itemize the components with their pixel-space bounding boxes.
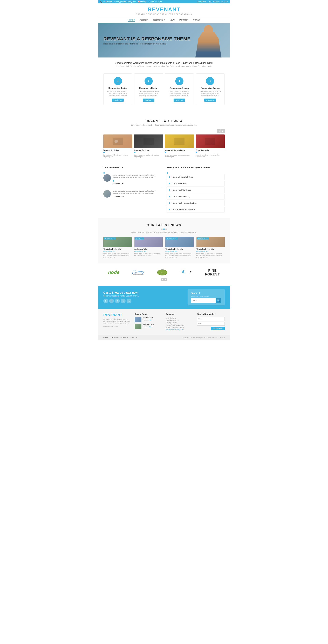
footer-link-home[interactable]: HOME	[103, 337, 108, 338]
portfolio-text-3: Lorem ipsum dolor sit amet, cocteue adip…	[165, 154, 194, 158]
faq-question-text-5: How to install the demo Content	[172, 202, 196, 204]
social-fb-button[interactable]: f	[115, 298, 120, 303]
portfolio-img-2	[134, 134, 163, 148]
recent-post-title-2: Rockable Press	[143, 324, 154, 326]
logos-prev[interactable]: ◀	[161, 278, 164, 280]
recent-post-info-2: Rockable Press posted by Admin	[143, 324, 154, 329]
news-text-3: Lorem ipsum dolor sit amet, tuer adipisc…	[165, 253, 194, 258]
logos-section: node jQuery mobile framework ●●● FINEFOR…	[98, 264, 230, 286]
faq-item-6[interactable]: ✦ Can the Theme be translated?	[166, 207, 225, 212]
footer-logo-suffix: NANT	[113, 313, 122, 317]
hero-title: REVENANT IS A RESPONSIVE THEME	[103, 36, 190, 42]
footer-link-portfolio[interactable]: PORTFOLIO	[110, 337, 119, 338]
social-tw-button[interactable]: t	[121, 298, 126, 303]
faq-item-1[interactable]: ✦ How to add icons to Buttons	[166, 174, 225, 180]
news-tags-1: tag, post, card, nice	[103, 250, 132, 252]
about-link[interactable]: About Us	[221, 1, 228, 2]
feature-2-button[interactable]: Read more	[143, 98, 155, 102]
news-tags-3: tag, post, card, nice	[165, 250, 194, 252]
news-img-2: April 24, 2013	[135, 237, 163, 247]
portfolio-item-1: Work at the Office Lorem ipsum dolor sit…	[103, 134, 132, 158]
feature-1-text: Lorem ipsum dolor sit amet, co ctetur ad…	[105, 90, 131, 97]
social-rss-button[interactable]: ⚙	[103, 298, 108, 303]
testimonial-1: Lorem ipsum dolor sit amet, cons tuer ad…	[103, 174, 162, 187]
feature-3-title: Responsive Design	[167, 87, 192, 89]
recent-post-author-2: posted by Admin	[143, 326, 154, 328]
register-link[interactable]: Register	[213, 1, 220, 2]
newsletter-email-input[interactable]	[197, 322, 225, 326]
feature-4-text: Lorem ipsum dolor sit amet, co ctetur ad…	[197, 90, 223, 97]
portfolio-img-3	[165, 134, 194, 148]
login-link[interactable]: Login	[208, 1, 212, 2]
portfolio-dot-1	[103, 152, 105, 153]
newsletter-form: SUBSCRIBE	[197, 317, 225, 326]
social-star-button[interactable]: ★	[127, 298, 131, 303]
logos-row: node jQuery mobile framework ●●● FINEFOR…	[103, 268, 225, 276]
logo-oval: ●●●	[157, 270, 167, 276]
faq-question-3[interactable]: ✦ How to install Wordpress	[167, 187, 224, 193]
faq-question-4[interactable]: ✦ How to create new FAQ	[167, 194, 224, 199]
feature-2-title: Responsive Design	[136, 87, 161, 89]
footer-link-sitemap[interactable]: SITEMAP	[121, 337, 128, 338]
latest-news-link[interactable]: Latest News	[197, 1, 206, 2]
faq-question-text-1: How to add icons to Buttons	[172, 176, 193, 178]
nav-testimonial[interactable]: Testimonial ▾	[153, 19, 165, 21]
footer-contacts-col: Contacts 1000 LjubljanaCelarska cesta 13…	[166, 313, 193, 331]
search-input[interactable]	[191, 298, 216, 303]
contacts-phone: Phone: (+386 40) 123 456	[166, 324, 193, 326]
faq-plus-icon-6: ✦	[168, 208, 170, 211]
news-img-1: December 12, 2013	[103, 237, 132, 247]
logos-next[interactable]: ▶	[164, 278, 167, 280]
hours: ⏰ Monday - Friday 8:00 - 20:00	[138, 1, 162, 2]
nav-home[interactable]: Home ▾	[128, 19, 135, 22]
recent-post-info-1: Moo Minicards posted by Admin	[143, 317, 154, 322]
svg-rect-4	[205, 138, 215, 145]
nav-contact[interactable]: Contact	[193, 19, 200, 21]
nav-apparel[interactable]: Apparel ▾	[140, 19, 148, 21]
portfolio-dot-3	[165, 152, 166, 153]
nav-news[interactable]: News	[169, 19, 174, 21]
faq-item-4[interactable]: ✦ How to create new FAQ	[166, 194, 225, 200]
footer-link-contact[interactable]: CONTACT	[130, 337, 137, 338]
logos-navigation: ◀ ▶	[103, 278, 225, 280]
top-bar-left: 📞 +60 195 458 ✉ info@premiumcoding.com ⏰…	[100, 1, 162, 2]
faq-column: FREQUENTLY ASKED QUESTIONS ✦ How to add …	[166, 166, 225, 213]
portfolio-next[interactable]: ▶	[221, 129, 225, 133]
news-dot-2	[163, 228, 165, 230]
footer-section: REVENANT Lorem ipsum dolor sit amet, con…	[98, 309, 230, 335]
portfolio-title-4: Chart Analysis	[196, 149, 225, 151]
newsletter-name-input[interactable]	[197, 317, 225, 321]
top-bar-right: Latest News Login Register About Us	[197, 1, 228, 2]
testimonials-indicator	[103, 172, 105, 174]
faq-item-5[interactable]: ✦ How to install the demo Content	[166, 200, 225, 206]
news-item-4: December 12, 2013 This is the Post's tit…	[196, 237, 225, 258]
faq-question-1[interactable]: ✦ How to add icons to Buttons	[167, 174, 224, 180]
feature-3-button[interactable]: Read more	[173, 98, 185, 102]
faq-question-text-4: How to create new FAQ	[172, 196, 190, 198]
testimonials-faq-section: TESTIMONIALS Lorem ipsum dolor sit amet,…	[98, 163, 230, 218]
logo-suffix: NANT	[164, 6, 180, 12]
faq-question-text-6: Can the Theme be translated?	[172, 208, 195, 210]
social-pin-button[interactable]: P	[109, 298, 114, 303]
news-tags-4: tag, post, card, nice	[196, 250, 225, 252]
faq-item-3[interactable]: ✦ How to install Wordpress	[166, 187, 225, 193]
testimonial-2-quote: Lorem ipsum dolor sit amet, cons tuer ad…	[113, 190, 162, 195]
faq-question-6[interactable]: ✦ Can the Theme be translated?	[167, 207, 224, 212]
faq-item-2[interactable]: ✦ How to delete event	[166, 181, 225, 186]
contacts-email-link[interactable]: info@premiumcoding.com	[166, 329, 184, 330]
portfolio-prev[interactable]: ◀	[217, 129, 221, 133]
subscribe-button[interactable]: SUBSCRIBE	[211, 326, 225, 330]
news-title-2: Just some Title	[135, 248, 163, 250]
faq-question-5[interactable]: ✦ How to install the demo Content	[167, 200, 224, 206]
faq-title: FREQUENTLY ASKED QUESTIONS	[166, 166, 225, 169]
news-img-4: December 12, 2013	[196, 237, 225, 247]
recent-post-author-link-2[interactable]: Admin	[149, 326, 153, 328]
svg-point-9	[183, 271, 184, 272]
faq-question-2[interactable]: ✦ How to delete event	[167, 181, 224, 186]
feature-1-button[interactable]: Read more	[112, 98, 124, 102]
recent-post-img-1	[135, 317, 142, 322]
feature-4-button[interactable]: Read more	[204, 98, 216, 102]
recent-post-author-link-1[interactable]: Admin	[149, 319, 153, 321]
search-button[interactable]: 🔍	[216, 298, 221, 303]
nav-portfolio[interactable]: Portfolio ▾	[179, 19, 188, 21]
